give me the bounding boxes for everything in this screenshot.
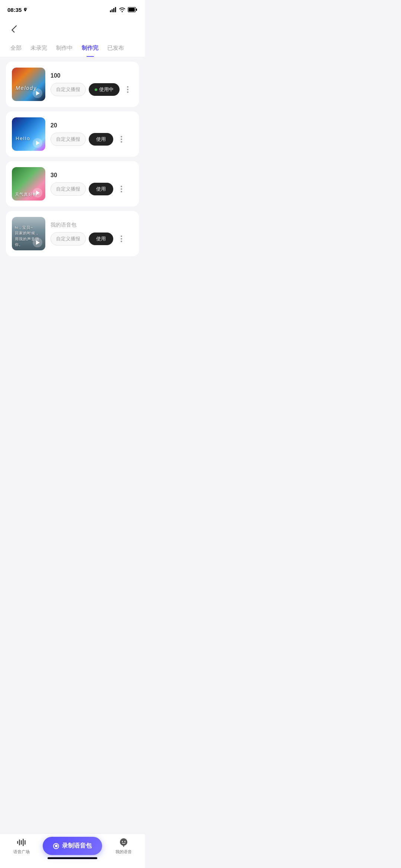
wifi-icon [119,7,125,12]
tab-producing[interactable]: 制作中 [52,39,77,57]
more-button-hello[interactable] [116,134,127,144]
thumbnail-hello: Hello [12,117,45,151]
card-number-weather: 30 [50,172,133,179]
play-triangle-icon-hello [36,141,40,145]
card-number-hello: 20 [50,122,133,129]
more-button-weather[interactable] [116,184,127,194]
thumbnail-weather: 天气真好鸭~ [12,167,45,201]
active-dot-melody [95,88,97,91]
btn-use-weather[interactable]: 使用 [89,183,113,195]
btn-custom-melody[interactable]: 自定义播报 [50,83,86,96]
card-actions-melody: 自定义播报 使用中 [50,83,133,96]
three-dots-icon [127,86,128,93]
tabs-container: 全部 未录完 制作中 制作完 已发布 [0,39,145,57]
voice-card-melody: Melody 100 自定义播报 使用中 [6,62,139,107]
play-button-weather[interactable] [33,188,42,198]
play-triangle-icon-weather [36,191,40,195]
three-dots-icon-hello [121,136,122,143]
btn-use-myvoice[interactable]: 使用 [89,233,113,245]
card-actions-weather: 自定义播报 使用 [50,182,133,196]
voice-card-weather: 天气真好鸭~ 30 自定义播报 使用 [6,161,139,207]
play-button-hello[interactable] [33,138,42,148]
btn-custom-weather[interactable]: 自定义播报 [50,182,86,196]
signal-icon [110,7,117,12]
status-time: 08:35 [7,7,27,13]
svg-rect-6 [136,9,137,11]
thumbnail-melody: Melody [12,68,45,101]
more-button-melody[interactable] [123,84,133,95]
play-button-melody[interactable] [33,88,42,98]
play-button-myvoice[interactable] [33,238,42,247]
tab-published[interactable]: 已发布 [103,39,128,57]
thumbnail-label-hello: Hello [16,135,30,142]
voice-card-myvoice: hi，宝贝~ 回家的时候， 用我的声音陪你。 我的语音包 自定义播报 使用 [6,211,139,256]
card-name-myvoice: 我的语音包 [50,222,133,228]
status-icons [110,7,137,12]
back-button[interactable] [7,22,21,36]
card-actions-hello: 自定义播报 使用 [50,133,133,146]
status-bar: 08:35 [0,0,145,16]
time-text: 08:35 [7,7,22,13]
tab-done[interactable]: 制作完 [77,39,103,57]
btn-use-hello[interactable]: 使用 [89,133,113,146]
nav-bar [0,16,145,39]
tab-unrecorded[interactable]: 未录完 [26,39,52,57]
svg-rect-2 [112,9,113,12]
three-dots-icon-myvoice [121,235,122,242]
btn-use-melody[interactable]: 使用中 [89,83,120,96]
btn-use-label-melody: 使用中 [99,86,114,93]
content-area: Melody 100 自定义播报 使用中 [0,57,145,261]
more-button-myvoice[interactable] [116,234,127,244]
thumbnail-myvoice: hi，宝贝~ 回家的时候， 用我的声音陪你。 [12,217,45,250]
card-actions-myvoice: 自定义播报 使用 [50,232,133,246]
voice-card-hello: Hello 20 自定义播报 使用 [6,111,139,157]
svg-rect-3 [113,8,114,12]
card-number-melody: 100 [50,72,133,79]
svg-rect-7 [128,8,135,12]
card-info-melody: 100 自定义播报 使用中 [50,72,133,96]
play-triangle-icon-myvoice [36,240,40,245]
play-triangle-icon [36,91,40,95]
battery-icon [128,7,137,12]
btn-custom-hello[interactable]: 自定义播报 [50,133,86,146]
card-info-weather: 30 自定义播报 使用 [50,172,133,196]
card-info-hello: 20 自定义播报 使用 [50,122,133,146]
svg-rect-1 [110,10,111,12]
svg-rect-4 [115,7,116,12]
tab-all[interactable]: 全部 [6,39,26,57]
btn-custom-myvoice[interactable]: 自定义播报 [50,232,86,246]
three-dots-icon-weather [121,186,122,192]
location-icon [23,7,27,12]
back-chevron-icon [12,25,19,33]
svg-line-0 [26,8,27,9]
bottom-spacer [0,261,145,305]
card-info-myvoice: 我的语音包 自定义播报 使用 [50,222,133,246]
